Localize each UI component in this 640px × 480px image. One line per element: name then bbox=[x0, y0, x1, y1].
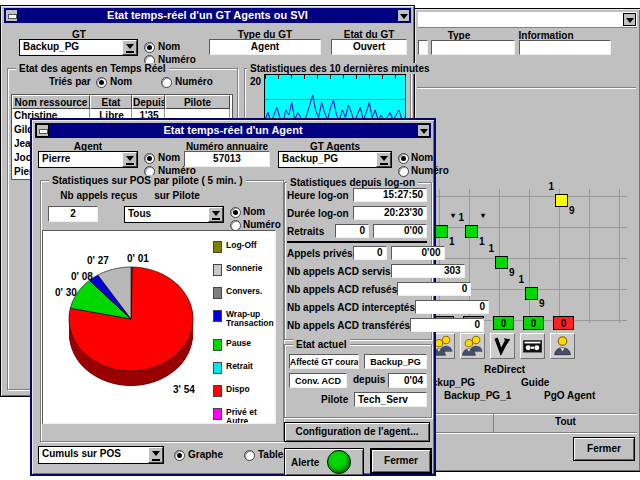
stats10-groupbox-title: Statistiques des 10 dernières minutes bbox=[247, 63, 433, 74]
pos-stats-groupbox-title: Statistiques sur POS par pilote ( 5 min.… bbox=[49, 175, 246, 186]
etat-actuel-groupbox-title: Etat actuel bbox=[293, 339, 350, 350]
stat-value-field: 0 bbox=[335, 224, 369, 238]
stat-value-field: 0 bbox=[397, 282, 471, 296]
monitor-fermer-button[interactable]: Fermer bbox=[573, 437, 635, 461]
sort-label: Triés par bbox=[49, 76, 91, 87]
sur-pilote-combobox-value: Tous bbox=[128, 208, 151, 219]
tout-label[interactable]: Tout bbox=[494, 416, 637, 427]
pilote-numero-radio-label: Numéro bbox=[243, 219, 281, 230]
legend-item: Retrait bbox=[213, 362, 271, 374]
depuis-value: 0'04 bbox=[388, 373, 427, 388]
depuis-label: depuis bbox=[353, 374, 385, 385]
stat-label: Nb appels ACD refusés bbox=[287, 284, 397, 295]
pie-value-label: 3' 54 bbox=[173, 384, 195, 395]
stat-row: Heure log-on15:27:50 bbox=[287, 186, 427, 204]
cumuls-combobox-value: Cumuls sur POS bbox=[42, 448, 121, 459]
pilote-nom-radio[interactable] bbox=[230, 207, 241, 218]
graphe-radio[interactable] bbox=[174, 450, 185, 461]
legend-item: Sonnerie bbox=[213, 264, 271, 276]
pie-legend: Log-OffSonnerieConvers.Wrap-up Transacti… bbox=[213, 241, 271, 424]
stat-label: Retraits bbox=[287, 226, 324, 237]
gt-agents-combobox-value: Backup_PG bbox=[282, 153, 338, 164]
pie-value-label: 0' 30 bbox=[55, 287, 77, 298]
queue-label: ReDirect bbox=[484, 364, 525, 375]
agent-window-titlebar[interactable]: Etat temps-réel d'un Agent bbox=[35, 123, 431, 138]
system-menu-button[interactable] bbox=[36, 124, 49, 137]
stat-value-field: 20:23'30 bbox=[353, 206, 427, 220]
etat-courant-value: Conv. ACD bbox=[289, 373, 347, 388]
stat-value-field: 0 bbox=[410, 318, 484, 332]
sort-numero-radio-label: Numéro bbox=[175, 76, 213, 87]
pie-value-label: 0' 01 bbox=[127, 253, 149, 264]
stat-value-field: 15:27:50 bbox=[353, 188, 427, 202]
stat-value-field: 0'00 bbox=[373, 224, 427, 238]
pie-value-label: 0' 08 bbox=[71, 271, 93, 282]
stat-value-field: 0'00 bbox=[391, 246, 445, 260]
stat-value-field: 303 bbox=[391, 264, 465, 278]
pilote-label: Pilote bbox=[321, 394, 348, 405]
gt-combobox[interactable]: Backup_PG bbox=[19, 39, 138, 56]
alerte-label: Alerte bbox=[291, 457, 319, 468]
stat-row: Retraits00'00 bbox=[287, 222, 427, 240]
agent-combobox[interactable]: Pierre bbox=[38, 151, 138, 168]
affecte-gt-button[interactable]: Affecté GT courant bbox=[289, 354, 359, 369]
pie-chart-panel: Log-OffSonnerieConvers.Wrap-up Transacti… bbox=[42, 230, 276, 424]
legend-swatch bbox=[213, 362, 222, 374]
queue-label: Backup_PG_1 bbox=[444, 390, 511, 401]
dropdown-arrow-icon[interactable] bbox=[122, 40, 137, 55]
agent-window: Etat temps-réel d'un Agent Agent Pierre … bbox=[30, 118, 436, 476]
dropdown-arrow-icon[interactable] bbox=[122, 152, 137, 167]
stat-row: Nb appels ACD servis303 bbox=[287, 262, 427, 280]
legend-swatch bbox=[213, 310, 222, 322]
pilote-nom-radio-label: Nom bbox=[243, 206, 265, 217]
gt-agents-nom-radio[interactable] bbox=[398, 153, 409, 164]
legend-label: Convers. bbox=[226, 287, 262, 296]
monitor-window: Type Information 1▾11▾1191919 14000 Back… bbox=[414, 8, 640, 472]
sur-pilote-combobox[interactable]: Tous bbox=[124, 206, 224, 223]
table-header-row: Nom ressourceEtatDepuisPilote bbox=[12, 95, 232, 109]
column-header: Etat bbox=[90, 95, 132, 109]
legend-label: Retrait bbox=[226, 362, 253, 371]
legend-swatch bbox=[213, 385, 222, 397]
configuration-button[interactable]: Configuration de l'agent... bbox=[284, 422, 430, 442]
legend-label: Sonnerie bbox=[226, 264, 262, 273]
sur-pilote-label: sur Pilote bbox=[132, 190, 222, 201]
gt-agents-numero-radio[interactable] bbox=[398, 166, 409, 177]
legend-swatch bbox=[213, 241, 222, 253]
legend-label: Privé et Autre bbox=[226, 408, 271, 424]
dropdown-arrow-icon[interactable] bbox=[376, 152, 391, 167]
stat-label: Nb appels ACD servis bbox=[287, 266, 391, 277]
graphe-radio-label: Graphe bbox=[188, 449, 223, 460]
desktop: Type Information 1▾11▾1191919 14000 Back… bbox=[0, 0, 640, 480]
dropdown-arrow-icon[interactable] bbox=[208, 207, 223, 222]
dropdown-arrow-icon[interactable] bbox=[148, 447, 163, 463]
legend-swatch bbox=[213, 339, 222, 351]
type-gt-value: Agent bbox=[209, 39, 321, 55]
gt-window-titlebar[interactable]: Etat temps-réel d'un GT Agents ou SVI bbox=[4, 8, 411, 23]
sort-numero-radio[interactable] bbox=[161, 77, 172, 88]
tout-bar[interactable]: Tout bbox=[417, 413, 637, 433]
stat-value-field: 0 bbox=[415, 300, 489, 314]
stat-row: Durée log-on20:23'30 bbox=[287, 204, 427, 222]
gt-nom-radio-label: Nom bbox=[158, 41, 180, 52]
cumuls-combobox[interactable]: Cumuls sur POS bbox=[38, 446, 164, 464]
agent-nom-radio[interactable] bbox=[144, 153, 155, 164]
gt-nom-radio[interactable] bbox=[144, 42, 155, 53]
gt-agents-combobox[interactable]: Backup_PG bbox=[278, 151, 392, 168]
agents-groupbox-title: Etat des agents en Temps Réel bbox=[16, 63, 169, 74]
etat-gt-value: Ouvert bbox=[331, 39, 407, 55]
stat-label: Appels privés bbox=[287, 248, 353, 259]
separator bbox=[287, 241, 427, 243]
column-header: Depuis bbox=[132, 95, 165, 109]
affecte-gt-value: Backup_PG bbox=[364, 354, 427, 369]
minimize-button[interactable] bbox=[417, 124, 430, 137]
stat-label: Nb appels ACD transférés bbox=[287, 320, 410, 331]
minimize-button[interactable] bbox=[397, 9, 410, 22]
system-menu-button[interactable] bbox=[5, 9, 18, 22]
agent-fermer-button[interactable]: Fermer bbox=[370, 448, 432, 474]
legend-label: Log-Off bbox=[226, 241, 257, 250]
sort-nom-radio[interactable] bbox=[96, 77, 107, 88]
tableau-radio[interactable] bbox=[244, 450, 255, 461]
pilote-value: Tech_Serv bbox=[354, 392, 427, 407]
gt-agents-numero-radio-label: Numéro bbox=[411, 165, 449, 176]
